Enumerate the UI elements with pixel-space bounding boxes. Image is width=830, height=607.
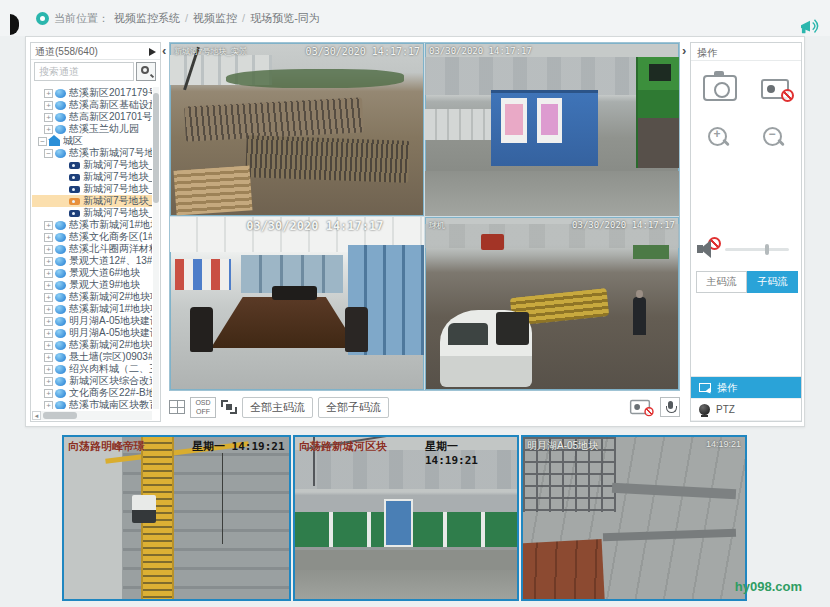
video-feed-4[interactable]: 球机 03/30/2020 14:17:17 [425, 217, 679, 390]
video-feed-3[interactable]: 03/30/2020 14:17:17 [170, 217, 424, 390]
snapshot-icon[interactable] [703, 75, 737, 101]
expand-toggle[interactable]: + [44, 389, 53, 398]
channel-icon [55, 353, 66, 362]
microphone-icon[interactable] [660, 397, 680, 417]
scene-fence [425, 109, 491, 140]
scene-wet-road [425, 171, 679, 216]
collapse-ops-arrow[interactable]: › [682, 45, 686, 57]
channel-icon [55, 305, 66, 314]
thumbnail-video-2[interactable]: 向荡路新城河区块 星期一 14:19:21 [293, 435, 519, 601]
expand-toggle[interactable]: + [44, 377, 53, 386]
timestamp-overlay: 03/30/2020 14:17:17 [306, 46, 420, 57]
video-feed-1[interactable]: 新城河7号地块_实景 03/30/2020 14:17:17 [170, 43, 424, 216]
expand-toggle[interactable]: + [44, 365, 53, 374]
scene-poster [541, 104, 559, 135]
tree-item[interactable]: + 慈溪市城南区块教育地块 [32, 399, 152, 409]
all-main-stream-button[interactable]: 全部主码流 [242, 397, 313, 418]
record-disabled-icon[interactable] [761, 79, 789, 99]
megaphone-icon[interactable] [798, 18, 822, 36]
scene-trees [226, 69, 404, 88]
zoom-in-icon[interactable]: + [708, 127, 730, 149]
scene-crane-cab [132, 495, 157, 523]
channel-icon [55, 245, 66, 254]
scene-truck-window [649, 64, 672, 81]
monitor-icon [699, 383, 711, 392]
expand-toggle[interactable]: + [44, 341, 53, 350]
ops-icon-row-2: + − [691, 127, 801, 149]
tree-horizontal-scrollbar[interactable]: ◂ [32, 411, 152, 420]
expand-toggle[interactable]: − [44, 149, 53, 158]
breadcrumb-prefix: 当前位置： [54, 11, 109, 26]
menu-item-ptz[interactable]: PTZ [691, 399, 801, 421]
expand-toggle[interactable]: + [44, 125, 53, 134]
search-button[interactable] [136, 62, 156, 81]
channel-icon [49, 140, 60, 146]
volume-slider-handle[interactable] [765, 244, 769, 255]
expand-toggle[interactable]: + [44, 353, 53, 362]
sub-stream-button[interactable]: 子码流 [747, 271, 798, 293]
menu-item-label: 操作 [717, 381, 737, 395]
scene-red-formwork [521, 539, 605, 601]
expand-toggle[interactable]: + [44, 305, 53, 314]
fullscreen-icon[interactable] [221, 400, 237, 414]
volume-slider[interactable] [725, 248, 789, 251]
scrollbar-thumb[interactable] [43, 412, 77, 419]
breadcrumb-link-system[interactable]: 视频监控系统 [114, 11, 180, 26]
expand-toggle[interactable]: + [44, 257, 53, 266]
expand-toggle[interactable]: + [44, 101, 53, 110]
thumbnail-video-1[interactable]: 向荡路明峰帝璟 星期一 14:19:21 [62, 435, 291, 601]
scene-open-hatch [496, 312, 529, 345]
osd-label-line1: OSD [195, 399, 210, 406]
tree-vertical-scrollbar[interactable] [153, 87, 159, 409]
expand-toggle[interactable]: + [44, 293, 53, 302]
channel-icon [55, 329, 66, 338]
thumbnail-time-overlay: 14:19:21 [706, 439, 741, 449]
scene-red-cab [481, 234, 504, 250]
video-grid: 新城河7号地块_实景 03/30/2020 14:17:17 03/30/202… [169, 42, 680, 391]
expand-toggle[interactable]: + [44, 89, 53, 98]
record-disabled-icon[interactable] [630, 400, 650, 414]
breadcrumb-link-monitor[interactable]: 视频监控 [193, 11, 237, 26]
layout-grid-icon[interactable] [169, 400, 185, 414]
camera-name-overlay: 新城河7号地块_实景 [174, 46, 247, 57]
main-panel: 通道(558/640) + 慈溪新区2017179号地块 + 慈溪高新区基础设施… [25, 36, 805, 427]
channel-search-row [31, 60, 160, 84]
channel-search-input[interactable] [34, 62, 134, 81]
timestamp-overlay: 03/30/2020 14:17:17 [429, 46, 532, 56]
zoom-out-icon[interactable]: − [763, 127, 785, 149]
expand-toggle[interactable]: − [38, 137, 47, 146]
ops-bottom-menu: 操作 PTZ [691, 376, 801, 421]
thumbnail-video-3[interactable]: 明月湖A-05地块 14:19:21 [521, 435, 747, 601]
watermark: hy098.com [735, 579, 802, 594]
volume-muted-icon[interactable] [697, 239, 719, 259]
plus-sign: + [712, 129, 723, 140]
channel-icon [55, 233, 66, 242]
breadcrumb-link-preview[interactable]: 现场预览-同为 [250, 11, 320, 26]
prohibited-badge [781, 89, 794, 102]
thumbnail-name-overlay: 向荡路明峰帝璟 [68, 439, 145, 454]
expand-toggle[interactable]: + [44, 113, 53, 122]
channel-icon [55, 221, 66, 230]
video-feed-2[interactable]: 03/30/2020 14:17:17 [425, 43, 679, 216]
main-stream-button[interactable]: 主码流 [696, 271, 747, 293]
all-sub-stream-button[interactable]: 全部子码流 [318, 397, 389, 418]
thumbnail-name-overlay: 向荡路新城河区块 [299, 439, 387, 454]
collapse-tree-arrow[interactable]: ‹ [162, 45, 166, 57]
scrollbar-thumb[interactable] [153, 93, 159, 203]
expand-toggle[interactable]: + [44, 329, 53, 338]
scroll-left-arrow[interactable]: ◂ [32, 411, 41, 420]
channel-icon [55, 389, 66, 398]
expand-toggle[interactable]: + [44, 245, 53, 254]
channel-icon [69, 174, 80, 181]
expand-toggle[interactable]: + [44, 401, 53, 410]
expand-toggle[interactable]: + [44, 317, 53, 326]
menu-item-operations[interactable]: 操作 [691, 377, 801, 399]
expand-toggle[interactable]: + [44, 281, 53, 290]
osd-toggle-button[interactable]: OSD OFF [190, 397, 216, 418]
expand-toggle[interactable]: + [44, 233, 53, 242]
tree-fold-icon[interactable] [149, 48, 156, 56]
tree-item[interactable]: + 慈溪玉兰幼儿园 [32, 123, 152, 135]
expand-toggle[interactable]: + [44, 269, 53, 278]
toolbar-right-group [626, 397, 680, 417]
expand-toggle[interactable]: + [44, 221, 53, 230]
